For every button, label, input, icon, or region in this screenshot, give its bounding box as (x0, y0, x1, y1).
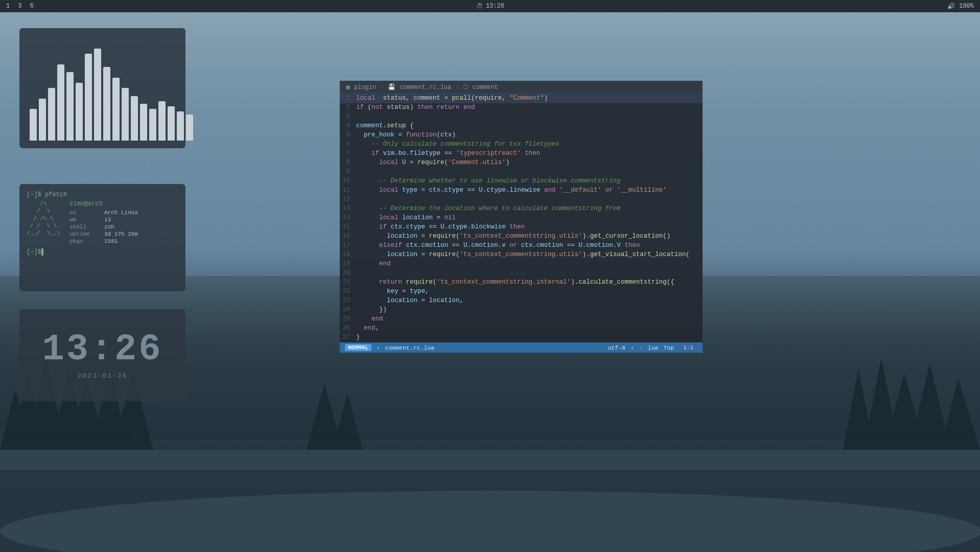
svg-marker-14 (307, 383, 342, 450)
breadcrumb-plugin: plugin (354, 84, 376, 91)
workspace-6[interactable]: 6 (30, 3, 33, 10)
info-val-pkgs: 1581 (104, 238, 138, 244)
chart-bar (76, 83, 83, 141)
svg-point-16 (0, 491, 980, 552)
editor-statusbar: NORMAL › comment.rc.lua utf-8 ‹ ● lua To… (340, 342, 703, 353)
code-line-5: 5 pre_hook = function(ctx) (340, 131, 703, 140)
terminal-prompt-2: [~]$ (27, 248, 41, 256)
terminal-username: zimn@arch (69, 200, 138, 208)
code-line-18: 18 location = require('ts_context_commen… (340, 250, 703, 260)
filetype: lua (648, 344, 659, 351)
code-line-3: 3 (340, 112, 703, 122)
code-line-15: 15 if ctx.ctype == U.ctype.blockwise the… (340, 223, 703, 232)
chart-bar (48, 88, 55, 141)
sep2: › (455, 84, 459, 91)
editor-widget[interactable]: plugin › 💾 comment.rc.lua › ⬡ comment 1 … (340, 81, 703, 353)
chart-bar (131, 96, 138, 141)
svg-marker-10 (864, 358, 899, 450)
terminal-cursor: [~]$ (27, 248, 178, 256)
chart-bar (103, 67, 110, 141)
info-key-uptime: uptime (69, 231, 100, 237)
sep1: › (380, 84, 384, 91)
terminal-widget[interactable]: [~]$ pfetch /\ / \ / /\ \ / / \ \ /__/ \… (19, 184, 185, 291)
chart-bar (112, 78, 120, 141)
system-tray: 🔊 100% (947, 3, 974, 10)
info-key-os: os (69, 210, 100, 216)
code-line-16: 16 location = require('ts_context_commen… (340, 232, 703, 241)
dot-icon: ● (639, 344, 643, 351)
statusbar-arrow: › (377, 344, 380, 351)
info-val-os: Arch Linux (104, 210, 138, 216)
editor-titlebar: plugin › 💾 comment.rc.lua › ⬡ comment (340, 81, 703, 94)
code-line-23: 23 location = location, (340, 296, 703, 306)
chart-bar (66, 72, 74, 141)
svg-marker-13 (940, 378, 980, 450)
code-line-1: 1 local status, comment = pcall(require,… (340, 94, 703, 103)
code-line-4: 4 comment.setup { (340, 122, 703, 131)
svg-marker-12 (909, 363, 950, 450)
svg-rect-1 (0, 450, 980, 470)
clock-icon: ⏱ (477, 3, 483, 10)
code-line-9: 9 (340, 168, 703, 177)
chart-bar (168, 106, 175, 141)
info-val-wm: i3 (104, 217, 138, 223)
clock-widget: 13:26 2023-01-26 (19, 309, 185, 401)
editor-dot (346, 85, 350, 89)
breadcrumb-symbol: ⬡ (463, 83, 468, 91)
terminal-info-grid: os Arch Linux wm i3 shell zsh uptime 3d … (69, 210, 138, 244)
workspace-3[interactable]: 3 (18, 3, 21, 10)
chart-bar (57, 64, 64, 141)
code-line-21: 21 return require('ts_context_commentstr… (340, 278, 703, 287)
chart-bar (149, 109, 156, 141)
code-line-20: 20 (340, 269, 703, 278)
clock-time: 13:26 (42, 331, 162, 368)
editor-filename-title: comment.rc.lua (400, 84, 451, 91)
statusbar-left: NORMAL › comment.rc.lua (345, 344, 434, 351)
chart-bar (177, 111, 184, 141)
scroll-position: Top (663, 344, 674, 351)
code-line-27: 27 } (340, 333, 703, 342)
breadcrumb-file: 💾 (388, 83, 395, 91)
mode-badge: NORMAL (345, 344, 371, 351)
workspace-1[interactable]: 1 (6, 3, 10, 10)
code-line-17: 17 elseif ctx.cmotion == U.cmotion.v or … (340, 241, 703, 250)
encoding: utf-8 (608, 344, 625, 351)
branch-icon: ‹ (631, 344, 634, 351)
topbar: 1 3 6 ⏱ 13:26 🔊 100% (0, 0, 980, 12)
svg-marker-15 (332, 394, 363, 450)
code-line-19: 19 end (340, 260, 703, 269)
editor-symbol: comment (472, 84, 498, 91)
volume-icon: 🔊 (947, 3, 955, 10)
chart-bar (39, 99, 46, 141)
code-line-11: 11 local type = ctx.ctype == U.ctype.lin… (340, 186, 703, 195)
code-line-26: 26 end, (340, 324, 703, 333)
statusbar-filename: comment.rc.lua (385, 344, 435, 351)
bar-chart-widget (19, 28, 185, 148)
volume-level: 100% (959, 3, 974, 10)
terminal-ascii-art: /\ / \ / /\ \ / / \ \ /__/ \__\ (27, 200, 60, 244)
code-line-13: 13 -- Determine the location where to ca… (340, 204, 703, 214)
cursor-block (41, 248, 43, 256)
clock-date: 2023-01-26 (77, 372, 127, 380)
code-line-14: 14 local location = nil (340, 214, 703, 223)
code-line-12: 12 (340, 195, 703, 204)
code-line-10: 10 -- Determine whether to use linewise … (340, 177, 703, 186)
chart-bar (94, 49, 101, 141)
info-key-wm: wm (69, 217, 100, 223)
chart-bar (186, 114, 193, 141)
workspaces: 1 3 6 (6, 3, 34, 10)
info-key-pkgs: pkgs (69, 238, 100, 244)
chart-bar (140, 104, 147, 141)
code-line-22: 22 key = type, (340, 287, 703, 296)
code-line-25: 25 end (340, 315, 703, 324)
editor-content[interactable]: 1 local status, comment = pcall(require,… (340, 94, 703, 342)
info-val-shell: zsh (104, 224, 138, 230)
line-column: 1:1 (679, 344, 697, 351)
chart-bar (158, 101, 166, 141)
topbar-time: 13:26 (486, 3, 504, 10)
code-line-6: 6 -- Only calculate commentstring for ts… (340, 140, 703, 149)
code-line-7: 7 if vim.bo.filetype == 'typescriptreact… (340, 149, 703, 158)
info-key-shell: shell (69, 224, 100, 230)
code-line-24: 24 }) (340, 306, 703, 315)
info-val-uptime: 3d 17h 26m (104, 231, 138, 237)
